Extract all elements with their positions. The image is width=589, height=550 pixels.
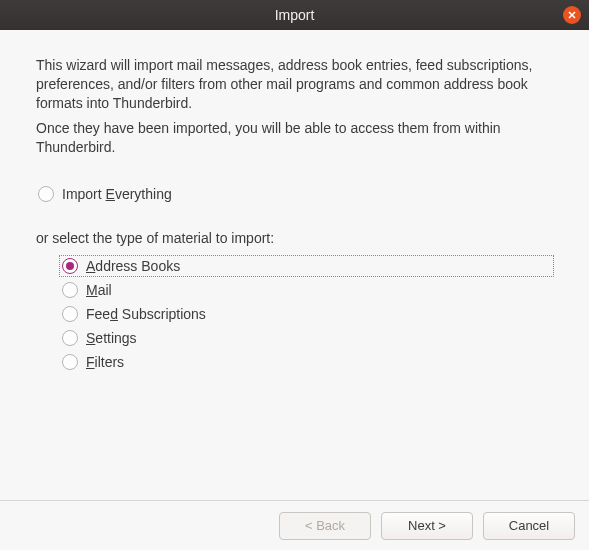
intro-paragraph-2: Once they have been imported, you will b… (36, 119, 553, 157)
subhead-text: or select the type of material to import… (36, 230, 553, 246)
radio-icon (38, 186, 54, 202)
option-everything-section: Import Everything (36, 184, 553, 204)
radio-feed-subscriptions[interactable]: Feed Subscriptions (60, 304, 553, 324)
radio-icon (62, 306, 78, 322)
radio-icon (62, 282, 78, 298)
radio-address-books[interactable]: Address Books (60, 256, 553, 276)
radio-import-everything[interactable]: Import Everything (36, 184, 553, 204)
radio-label: Import Everything (62, 186, 172, 202)
radio-mail[interactable]: Mail (60, 280, 553, 300)
radio-filters[interactable]: Filters (60, 352, 553, 372)
radio-label: Feed Subscriptions (86, 306, 206, 322)
radio-icon (62, 354, 78, 370)
radio-label: Mail (86, 282, 112, 298)
intro-text: This wizard will import mail messages, a… (36, 56, 553, 156)
wizard-body: This wizard will import mail messages, a… (0, 30, 589, 500)
radio-icon (62, 258, 78, 274)
radio-label: Settings (86, 330, 137, 346)
radio-icon (62, 330, 78, 346)
back-button: < Back (279, 512, 371, 540)
titlebar: Import (0, 0, 589, 30)
next-button[interactable]: Next > (381, 512, 473, 540)
wizard-footer: < Back Next > Cancel (0, 500, 589, 550)
close-button[interactable] (563, 6, 581, 24)
sub-options-group: Address Books Mail Feed Subscriptions Se… (36, 256, 553, 372)
intro-paragraph-1: This wizard will import mail messages, a… (36, 56, 553, 113)
window-title: Import (0, 7, 589, 23)
radio-settings[interactable]: Settings (60, 328, 553, 348)
radio-label: Address Books (86, 258, 180, 274)
radio-label: Filters (86, 354, 124, 370)
close-icon (567, 10, 577, 20)
import-wizard-window: Import This wizard will import mail mess… (0, 0, 589, 550)
cancel-button[interactable]: Cancel (483, 512, 575, 540)
